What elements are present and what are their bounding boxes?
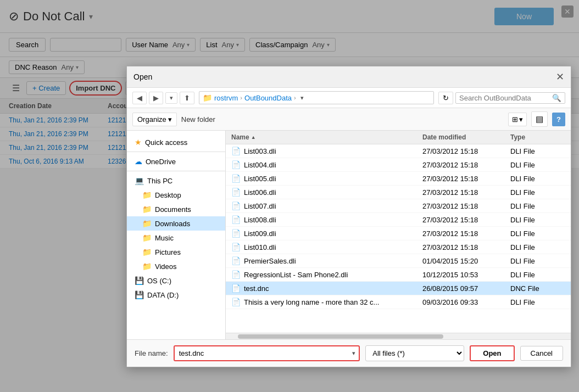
file-type-2: DLI File	[510, 175, 565, 183]
recent-button[interactable]: ▾	[165, 92, 177, 104]
file-row-10[interactable]: 📄test.dnc 26/08/2015 09:57 DNC File	[226, 282, 571, 295]
path-dropdown-button[interactable]: ▾	[300, 94, 304, 102]
file-icon-8: 📄	[231, 256, 241, 265]
sidebar-item-documents[interactable]: 📁 Documents	[127, 202, 225, 216]
folder-icon-pictures: 📁	[142, 248, 152, 256]
pane-button[interactable]: ▤	[531, 111, 548, 127]
file-list[interactable]: 📄List003.dli 27/03/2012 15:18 DLI File 📄…	[226, 144, 571, 333]
path-end-caret: ›	[294, 94, 296, 101]
sort-asc-icon: ▲	[251, 135, 256, 140]
file-row-11[interactable]: 📄Thisis a very long name - more than 32 …	[226, 295, 571, 309]
file-row-9[interactable]: 📄RegressionList - Sam Phone2.dli 10/12/2…	[226, 268, 571, 282]
file-date-6: 27/03/2012 15:18	[422, 229, 510, 238]
sidebar-item-this-pc[interactable]: 💻 This PC	[127, 173, 225, 188]
sidebar-label-os-c: OS (C:)	[147, 277, 171, 285]
drive-icon-c: 💾	[135, 276, 144, 285]
folder-icon: 📁	[203, 93, 212, 102]
new-folder-button[interactable]: New folder	[181, 115, 215, 124]
file-date-9: 10/12/2015 10:53	[422, 271, 510, 279]
dialog-close-button[interactable]: ✕	[556, 71, 564, 83]
file-date-8: 01/04/2015 15:20	[422, 257, 510, 265]
file-name-label: File name:	[135, 349, 168, 357]
folder-icon-documents: 📁	[142, 205, 152, 214]
sidebar-label-onedrive: OneDrive	[146, 158, 176, 166]
file-name-input[interactable]	[175, 346, 349, 360]
dialog-nav-bar: ◀ ▶ ▾ ⬆ 📁 rostrvm › OutBoundData › ▾ ↻ 🔍	[127, 88, 571, 108]
file-row-2[interactable]: 📄List005.dli 27/03/2012 15:18 DLI File	[226, 172, 571, 186]
file-row-7[interactable]: 📄List010.dli 27/03/2012 15:18 DLI File	[226, 240, 571, 254]
file-icon-11: 📄	[231, 298, 241, 306]
horizontal-scrollbar[interactable]	[226, 333, 571, 339]
help-button[interactable]: ?	[552, 113, 565, 126]
file-type-select[interactable]: All files (*)	[366, 346, 464, 361]
path-separator: ›	[240, 94, 242, 101]
sidebar-scroll[interactable]: ★ Quick access ☁ OneDrive 💻 This PC 📁 De…	[127, 135, 225, 335]
file-row-6[interactable]: 📄List009.dli 27/03/2012 15:18 DLI File	[226, 227, 571, 240]
refresh-button[interactable]: ↻	[438, 92, 453, 104]
dialog-toolbar: Organize ▾ New folder ⊞ ▾ ▤ ?	[127, 108, 571, 131]
file-row-3[interactable]: 📄List006.dli 27/03/2012 15:18 DLI File	[226, 186, 571, 199]
file-name-dropdown-button[interactable]: ▾	[349, 348, 359, 359]
star-icon: ★	[135, 138, 142, 147]
file-row-4[interactable]: 📄List007.dli 27/03/2012 15:18 DLI File	[226, 199, 571, 213]
cloud-icon: ☁	[135, 157, 142, 166]
dialog-main: Name ▲ Date modified Type 📄List003.dli 2…	[226, 131, 571, 339]
dialog-footer: File name: ▾ All files (*) Open Cancel	[127, 339, 571, 367]
file-type-0: DLI File	[510, 147, 565, 155]
file-name-3: List006.dli	[244, 188, 276, 197]
dialog-titlebar: Open ✕	[127, 66, 571, 88]
sidebar-item-quick-access[interactable]: ★ Quick access	[127, 135, 225, 149]
folder-icon-desktop: 📁	[142, 191, 152, 199]
folder-icon-videos: 📁	[142, 262, 152, 271]
file-row-8[interactable]: 📄PremierSales.dli 01/04/2015 15:20 DLI F…	[226, 254, 571, 268]
cancel-button[interactable]: Cancel	[520, 346, 563, 361]
file-date-5: 27/03/2012 15:18	[422, 216, 510, 224]
file-date-1: 27/03/2012 15:18	[422, 161, 510, 169]
col-header-type[interactable]: Type	[510, 133, 565, 141]
organize-label: Organize	[137, 115, 166, 124]
dialog-search-input[interactable]	[459, 94, 552, 102]
organize-button[interactable]: Organize ▾	[132, 113, 177, 126]
file-icon-4: 📄	[231, 201, 241, 210]
file-row-1[interactable]: 📄List004.dli 27/03/2012 15:18 DLI File	[226, 158, 571, 172]
file-name-5: List008.dli	[244, 216, 276, 224]
file-name-8: PremierSales.dli	[244, 257, 296, 265]
sidebar-item-onedrive[interactable]: ☁ OneDrive	[127, 154, 225, 169]
sidebar-item-pictures[interactable]: 📁 Pictures	[127, 245, 225, 259]
file-icon-6: 📄	[231, 229, 241, 238]
up-button[interactable]: ⬆	[180, 92, 194, 104]
file-row-0[interactable]: 📄List003.dli 27/03/2012 15:18 DLI File	[226, 144, 571, 158]
sidebar-label-data-d: DATA (D:)	[147, 291, 179, 299]
col-header-date-modified[interactable]: Date modified	[422, 133, 510, 141]
col-header-name[interactable]: Name ▲	[231, 133, 422, 141]
file-name-input-wrap: ▾	[174, 345, 360, 361]
file-name-4: List007.dli	[244, 202, 276, 210]
file-row-5[interactable]: 📄List008.dli 27/03/2012 15:18 DLI File	[226, 213, 571, 227]
forward-button[interactable]: ▶	[149, 92, 163, 104]
sidebar-item-os-c[interactable]: 💾 OS (C:)	[127, 273, 225, 288]
sidebar-item-music[interactable]: 📁 Music	[127, 231, 225, 245]
search-icon-button[interactable]: 🔍	[552, 94, 561, 102]
back-button[interactable]: ◀	[132, 92, 147, 104]
path-part-1[interactable]: rostrvm	[214, 94, 238, 102]
sidebar-label-pictures: Pictures	[155, 248, 181, 256]
sidebar-label-quick-access: Quick access	[145, 138, 187, 147]
file-icon-5: 📄	[231, 215, 241, 224]
file-name-0: List003.dli	[244, 147, 276, 155]
file-type-select-wrap: All files (*)	[365, 345, 464, 361]
organize-caret-icon: ▾	[168, 115, 172, 124]
path-part-2[interactable]: OutBoundData	[244, 94, 292, 102]
file-type-7: DLI File	[510, 243, 565, 251]
folder-icon-downloads: 📁	[142, 219, 152, 228]
sidebar-item-desktop[interactable]: 📁 Desktop	[127, 188, 225, 202]
sidebar-label-documents: Documents	[155, 205, 191, 214]
sidebar-item-data-d[interactable]: 💾 DATA (D:)	[127, 288, 225, 302]
open-button[interactable]: Open	[470, 345, 514, 361]
file-date-4: 27/03/2012 15:18	[422, 202, 510, 210]
sidebar-item-videos[interactable]: 📁 Videos	[127, 259, 225, 273]
folder-icon-music: 📁	[142, 233, 152, 242]
sidebar-label-downloads: Downloads	[155, 220, 190, 228]
view-button[interactable]: ⊞ ▾	[508, 113, 527, 126]
search-bar: 🔍	[455, 92, 565, 104]
sidebar-item-downloads[interactable]: 📁 Downloads	[127, 216, 225, 231]
